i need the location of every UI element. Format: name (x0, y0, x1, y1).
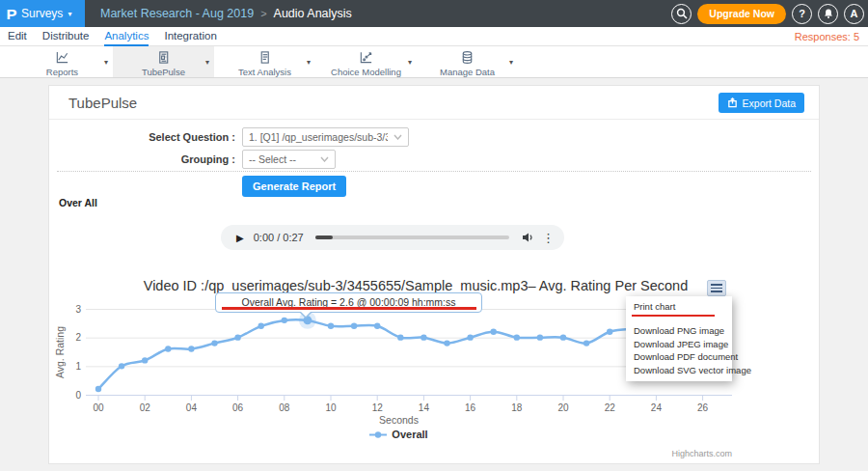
audio-time: 0:00 / 0:27 (254, 232, 304, 243)
export-data-button[interactable]: Export Data (719, 93, 804, 113)
panel-header: TubePulse Export Data (49, 86, 819, 120)
generate-report-button[interactable]: Generate Report (242, 176, 346, 197)
hamburger-icon (711, 284, 722, 286)
svg-text:3: 3 (75, 304, 81, 315)
nav-item-integration[interactable]: Integration (164, 27, 216, 46)
svg-text:12: 12 (372, 402, 384, 413)
toolbar-group-manage-data: Manage Data ▾ (417, 46, 518, 77)
nav-item-analytics[interactable]: Analytics (104, 27, 149, 46)
chevron-down-icon[interactable]: ▾ (104, 58, 108, 67)
database-icon (460, 50, 475, 65)
header-actions: Upgrade Now ? A (671, 0, 864, 27)
responses-count: Responses: 5 (795, 31, 859, 42)
scatter-icon (359, 50, 373, 65)
line-chart-icon (55, 50, 69, 65)
highcharts-credit[interactable]: Highcharts.com (671, 449, 732, 458)
svg-text:06: 06 (232, 402, 244, 413)
svg-text:24: 24 (651, 402, 663, 413)
panel-title: TubePulse (68, 95, 137, 111)
svg-text:18: 18 (511, 402, 523, 413)
svg-text:2: 2 (75, 332, 81, 343)
annotation-underline (632, 315, 715, 318)
analytics-toolbar: Reports ▾ TubePulse ▾ Text Analysis ▾ Ch… (0, 46, 868, 78)
toolbar-group-text-analysis: Text Analysis ▾ (214, 46, 315, 77)
audio-seekbar-played (315, 236, 333, 239)
legend-label: Overall (392, 429, 427, 440)
audio-player: ▶ 0:00 / 0:27 ⋮ (221, 225, 564, 250)
kebab-menu-icon[interactable]: ⋮ (542, 231, 555, 245)
legend-marker-icon (369, 430, 387, 439)
questionpro-logo-icon: P (6, 6, 16, 22)
toolbar-item-text-analysis[interactable]: Text Analysis (214, 47, 315, 77)
svg-text:22: 22 (605, 402, 616, 413)
chart-title: Video ID :/qp_userimages/sub-3/3455655/S… (49, 278, 782, 293)
chevron-down-icon (393, 134, 402, 140)
chart-context-button[interactable] (707, 280, 726, 296)
menu-item-download-jpeg[interactable]: Download JPEG image (626, 338, 732, 351)
menu-item-print-chart[interactable]: Print chart (626, 300, 732, 315)
volume-icon[interactable] (521, 231, 534, 244)
overall-label: Over All (59, 197, 97, 208)
section-nav: Edit Distribute Analytics Integration Re… (0, 27, 868, 46)
svg-text:04: 04 (186, 402, 198, 413)
app-header: P Surveys ▾ Market Research - Aug 2019 >… (0, 0, 868, 27)
breadcrumb-survey-link[interactable]: Market Research - Aug 2019 (100, 7, 254, 20)
divider (57, 171, 811, 172)
svg-text:14: 14 (419, 402, 430, 413)
select-question-value: 1. [Q1] /qp_userimages/sub-3/3455655/S..… (243, 131, 388, 143)
chart-area: Video ID :/qp_userimages/sub-3/3455655/S… (49, 269, 821, 465)
product-name: Surveys (21, 7, 63, 20)
chevron-down-icon: ▾ (68, 9, 71, 18)
notifications-button[interactable] (818, 4, 838, 24)
export-icon (727, 97, 738, 108)
svg-text:10: 10 (325, 402, 337, 413)
chart-tooltip: Overall Avg. Rating = 2.6 @ 00:00:09 hh:… (215, 292, 482, 313)
svg-text:08: 08 (279, 402, 290, 413)
toolbar-item-choice-modelling[interactable]: Choice Modelling (315, 47, 417, 77)
toolbar-item-manage-data[interactable]: Manage Data (417, 47, 518, 77)
audio-seekbar[interactable] (315, 236, 509, 239)
app-root: P Surveys ▾ Market Research - Aug 2019 >… (0, 0, 868, 471)
svg-text:02: 02 (140, 402, 151, 413)
nav-item-edit[interactable]: Edit (8, 27, 27, 46)
media-report-icon (156, 50, 171, 65)
grouping-label: Grouping : (49, 153, 235, 165)
svg-text:Avg. Rating: Avg. Rating (54, 326, 66, 378)
nav-item-distribute[interactable]: Distribute (42, 27, 90, 46)
chart-legend[interactable]: Overall (54, 429, 744, 440)
search-button[interactable] (671, 4, 692, 24)
svg-text:20: 20 (557, 402, 569, 413)
menu-item-download-pdf[interactable]: Download PDF document (626, 350, 732, 364)
grouping-dropdown[interactable]: -- Select -- (242, 150, 336, 169)
chevron-down-icon[interactable]: ▾ (408, 58, 412, 67)
svg-text:26: 26 (697, 402, 709, 413)
chart-context-menu: Print chart Download PNG image Download … (626, 296, 732, 381)
chevron-down-icon (320, 156, 329, 162)
avatar[interactable]: A (844, 4, 864, 24)
svg-text:16: 16 (465, 402, 476, 413)
upgrade-now-button[interactable]: Upgrade Now (697, 4, 786, 24)
svg-text:1: 1 (75, 361, 81, 372)
toolbar-group-choice-modelling: Choice Modelling ▾ (315, 46, 417, 77)
menu-item-download-svg[interactable]: Download SVG vector image (626, 364, 732, 377)
breadcrumb: Market Research - Aug 2019 > Audio Analy… (100, 0, 352, 27)
grouping-value: -- Select -- (243, 153, 314, 165)
chevron-down-icon[interactable]: ▾ (509, 58, 513, 67)
surveys-menu[interactable]: P Surveys ▾ (0, 0, 85, 27)
toolbar-item-reports[interactable]: Reports (12, 47, 113, 77)
toolbar-group-reports: Reports ▾ (12, 46, 113, 77)
tubepulse-panel: TubePulse Export Data Select Question : … (48, 85, 820, 464)
chevron-down-icon[interactable]: ▾ (307, 58, 311, 67)
svg-text:0: 0 (75, 390, 81, 401)
help-button[interactable]: ? (792, 4, 812, 24)
search-icon (676, 8, 688, 19)
chevron-down-icon[interactable]: ▾ (205, 58, 209, 67)
play-icon[interactable]: ▶ (236, 233, 244, 243)
annotation-underline (222, 307, 476, 310)
select-question-dropdown[interactable]: 1. [Q1] /qp_userimages/sub-3/3455655/S..… (242, 127, 409, 147)
breadcrumb-current: Audio Analysis (274, 7, 352, 20)
toolbar-item-tubepulse[interactable]: TubePulse (113, 47, 214, 77)
svg-text:00: 00 (93, 402, 104, 413)
select-question-label: Select Question : (49, 131, 235, 143)
menu-item-download-png[interactable]: Download PNG image (626, 324, 732, 338)
